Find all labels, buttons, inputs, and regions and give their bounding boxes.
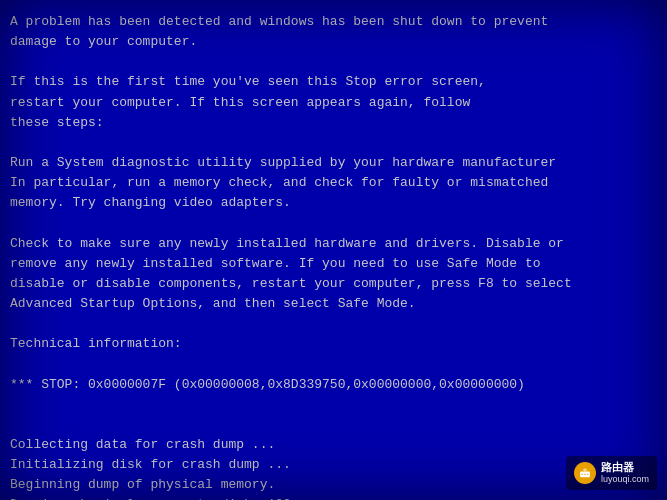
svg-point-3 — [587, 474, 588, 475]
svg-point-1 — [581, 474, 582, 475]
watermark-icon — [574, 462, 596, 484]
bsod-screen: A problem has been detected and windows … — [0, 0, 667, 500]
bsod-text-content: A problem has been detected and windows … — [10, 12, 657, 500]
watermark-url: luyouqi.com — [601, 474, 649, 486]
watermark-badge: 路由器 luyouqi.com — [566, 456, 657, 490]
watermark-site: 路由器 — [601, 460, 649, 474]
router-icon — [578, 466, 592, 480]
watermark-text: 路由器 luyouqi.com — [601, 460, 649, 486]
svg-point-2 — [584, 474, 585, 475]
